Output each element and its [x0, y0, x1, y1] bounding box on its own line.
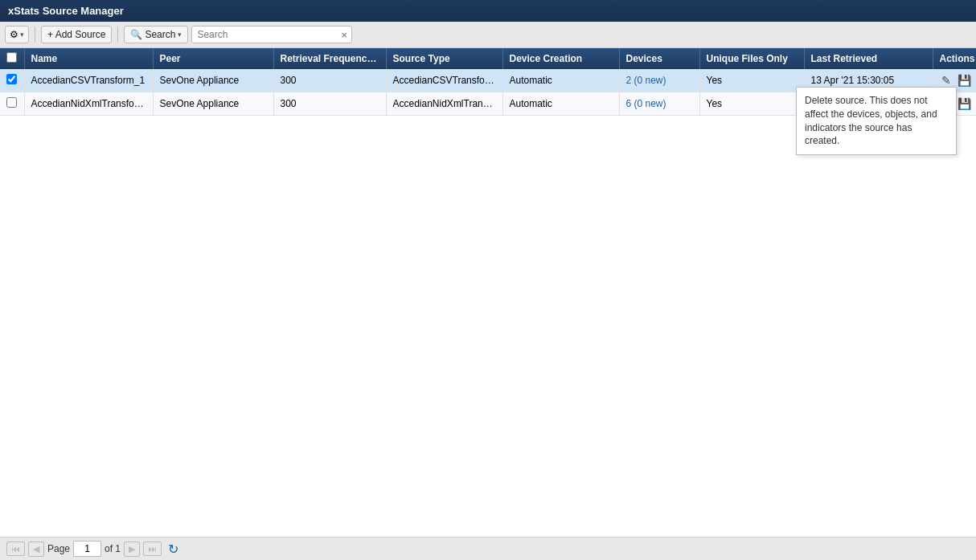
search-wrapper: ×: [191, 26, 352, 43]
search-chevron-icon: ▾: [178, 31, 182, 39]
select-all-checkbox[interactable]: [6, 52, 17, 63]
row-devices-cell: 2 (0 new): [619, 69, 699, 92]
search-input[interactable]: [192, 27, 337, 43]
row-unique-files: Yes: [707, 75, 723, 86]
col-header-actions: Actions: [933, 48, 976, 69]
col-header-name: Name: [24, 48, 153, 69]
delete-tooltip: Delete source. This does not affect the …: [796, 87, 957, 155]
toolbar-separator-2: [117, 27, 118, 43]
row-freq-cell: 300: [273, 92, 386, 116]
row-checkbox[interactable]: [6, 74, 17, 84]
row-peer: SevOne Appliance: [160, 75, 240, 86]
row-name-cell: AccedianNidXmlTransform_1: [24, 92, 153, 116]
row-freq: 300: [281, 98, 297, 109]
title-bar: xStats Source Manager: [0, 0, 976, 22]
row-devices-link[interactable]: 2 (0 new): [626, 75, 666, 86]
app-title: xStats Source Manager: [8, 5, 124, 17]
search-icon: 🔍: [130, 29, 142, 40]
gear-icon: ⚙: [10, 29, 18, 40]
row-device-creation: Automatic: [510, 75, 552, 86]
row-peer: SevOne Appliance: [160, 98, 240, 109]
refresh-button[interactable]: ↻: [168, 542, 178, 557]
tooltip-text: Delete source. This does not affect the …: [805, 95, 937, 146]
gear-button[interactable]: ⚙ ▾: [5, 26, 29, 43]
row-devices-cell: 6 (0 new): [619, 92, 699, 116]
row-devices-link[interactable]: 6 (0 new): [626, 98, 666, 109]
row-unique-files: Yes: [707, 98, 723, 109]
row-freq: 300: [281, 75, 297, 86]
row-source-type-cell: AccedianNidXmlTransform: [386, 92, 502, 116]
col-header-checkbox: [0, 48, 24, 69]
row-source-type-cell: AccedianCSVTransform: [386, 69, 502, 92]
row-peer-cell: SevOne Appliance: [153, 69, 273, 92]
col-header-freq: Retrieval Frequency (sec): [273, 48, 386, 69]
row-checkbox-cell: [0, 69, 24, 92]
prev-page-button[interactable]: ◀: [28, 542, 44, 557]
col-header-unique-files: Unique Files Only: [699, 48, 804, 69]
toolbar: ⚙ ▾ + Add Source 🔍 Search ▾ ×: [0, 22, 976, 48]
page-number-input[interactable]: 1: [73, 541, 101, 557]
page-label: Page: [47, 543, 70, 554]
col-header-last-retrieved: Last Retrieved: [804, 48, 933, 69]
row-peer-cell: SevOne Appliance: [153, 92, 273, 116]
add-source-button[interactable]: + Add Source: [41, 26, 112, 43]
row-source-type: AccedianCSVTransform: [393, 75, 496, 86]
last-page-button[interactable]: ⏭: [143, 542, 162, 556]
search-clear-button[interactable]: ×: [337, 27, 351, 43]
row-source-type: AccedianNidXmlTransform: [393, 98, 503, 109]
row-device-creation-cell: Automatic: [502, 69, 619, 92]
row-device-creation: Automatic: [510, 98, 552, 109]
row-freq-cell: 300: [273, 69, 386, 92]
chevron-down-icon: ▾: [20, 31, 24, 39]
next-page-button[interactable]: ▶: [124, 542, 140, 557]
page-of-label: of 1: [105, 543, 121, 554]
main-content: Name Peer Retrieval Frequency (sec) Sour…: [0, 48, 976, 537]
row-unique-files-cell: Yes: [699, 69, 804, 92]
col-header-devices: Devices: [619, 48, 699, 69]
col-header-source-type: Source Type: [386, 48, 502, 69]
row-name-cell: AccedianCSVTransform_1: [24, 69, 153, 92]
table-header-row: Name Peer Retrieval Frequency (sec) Sour…: [0, 48, 976, 69]
pagination-footer: ⏮ ◀ Page 1 of 1 ▶ ⏭ ↻: [0, 537, 976, 560]
row-device-creation-cell: Automatic: [502, 92, 619, 116]
search-button[interactable]: 🔍 Search ▾: [124, 26, 188, 43]
first-page-button[interactable]: ⏮: [6, 542, 25, 556]
row-name: AccedianNidXmlTransform_1: [31, 98, 154, 109]
row-checkbox[interactable]: [6, 97, 17, 108]
row-checkbox-cell: [0, 92, 24, 116]
search-button-label: Search: [145, 29, 175, 40]
add-source-label: + Add Source: [47, 29, 105, 40]
save-icon[interactable]: 💾: [956, 96, 973, 111]
row-name: AccedianCSVTransform_1: [31, 75, 146, 86]
edit-icon[interactable]: ✎: [940, 73, 953, 88]
action-icons: ✎ 💾 🗑: [940, 73, 977, 88]
row-unique-files-cell: Yes: [699, 92, 804, 116]
row-last-retrieved: 13 Apr '21 15:30:05: [811, 75, 895, 86]
save-icon[interactable]: 💾: [956, 73, 973, 88]
col-header-peer: Peer: [153, 48, 273, 69]
toolbar-separator: [35, 27, 35, 43]
col-header-device-creation: Device Creation: [502, 48, 619, 69]
